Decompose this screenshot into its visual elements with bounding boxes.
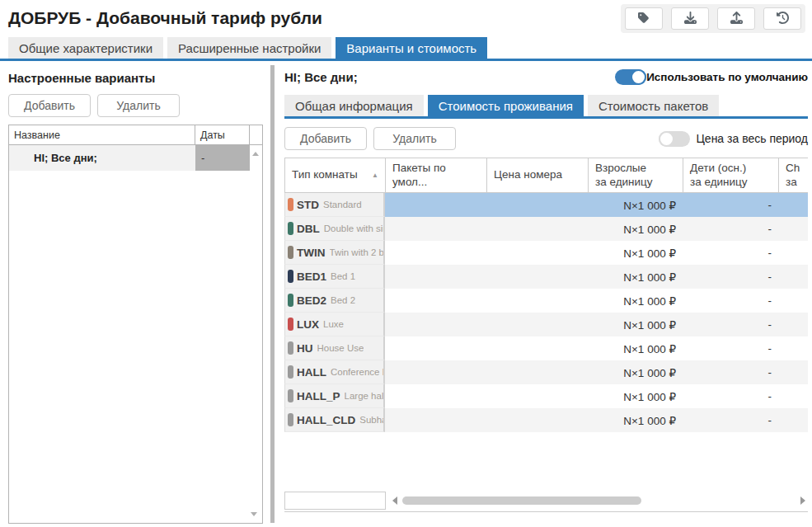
table-row[interactable]: TWIN Twin with 2 bed N×1 000 ₽ - xyxy=(284,241,808,265)
row-data[interactable]: N×1 000 ₽ - xyxy=(385,241,808,265)
ch-cell[interactable] xyxy=(778,217,808,241)
default-packages-cell[interactable] xyxy=(385,360,486,384)
ch-cell[interactable] xyxy=(778,241,808,265)
room-price-cell[interactable] xyxy=(486,336,588,360)
ch-cell[interactable] xyxy=(778,336,808,360)
column-header-ch-cutoff[interactable]: Ch за xyxy=(779,158,808,193)
ch-cell[interactable] xyxy=(778,408,808,432)
row-data[interactable]: N×1 000 ₽ - xyxy=(385,217,808,241)
room-type-cell[interactable]: HU House Use xyxy=(284,336,385,360)
tab-general-info[interactable]: Общая информация xyxy=(284,95,424,116)
adults-per-unit-cell[interactable]: N×1 000 ₽ xyxy=(588,408,683,432)
room-price-cell[interactable] xyxy=(486,408,588,432)
room-type-cell[interactable]: HALL_CLD Subhalls xyxy=(284,408,385,432)
row-data[interactable]: N×1 000 ₽ - xyxy=(385,193,808,217)
adults-per-unit-cell[interactable]: N×1 000 ₽ xyxy=(588,289,683,313)
table-row[interactable]: BED2 Bed 2 N×1 000 ₽ - xyxy=(284,289,808,313)
tab-advanced-settings[interactable]: Расширенные настройки xyxy=(167,37,331,59)
table-row[interactable]: LUX Luxe N×1 000 ₽ - xyxy=(284,313,808,336)
children-main-per-unit-cell[interactable]: - xyxy=(683,193,778,217)
ch-cell[interactable] xyxy=(778,193,808,217)
variants-add-button[interactable]: Добавить xyxy=(8,94,91,117)
column-header-dates[interactable]: Даты xyxy=(195,125,250,144)
adults-per-unit-cell[interactable]: N×1 000 ₽ xyxy=(588,241,683,265)
scroll-up-icon[interactable] xyxy=(252,152,259,156)
room-type-cell[interactable]: TWIN Twin with 2 bed xyxy=(284,241,385,265)
children-main-per-unit-cell[interactable]: - xyxy=(683,336,778,360)
variant-name-cell[interactable]: HI; Все дни; xyxy=(9,145,195,171)
default-packages-cell[interactable] xyxy=(385,336,486,360)
sort-asc-icon[interactable]: ▲ xyxy=(372,172,378,180)
room-price-cell[interactable] xyxy=(486,241,588,265)
adults-per-unit-cell[interactable]: N×1 000 ₽ xyxy=(588,336,683,360)
table-row[interactable]: BED1 Bed 1 N×1 000 ₽ - xyxy=(284,265,808,289)
room-type-cell[interactable]: DBL Double with sing xyxy=(284,217,385,241)
tag-button[interactable] xyxy=(625,7,663,30)
children-main-per-unit-cell[interactable]: - xyxy=(683,217,778,241)
adults-per-unit-cell[interactable]: N×1 000 ₽ xyxy=(588,193,683,217)
ch-cell[interactable] xyxy=(778,289,808,313)
table-row[interactable]: DBL Double with sing N×1 000 ₽ - xyxy=(284,217,808,241)
children-main-per-unit-cell[interactable]: - xyxy=(683,384,778,408)
row-data[interactable]: N×1 000 ₽ - xyxy=(385,265,808,289)
tab-packages-cost[interactable]: Стоимость пакетов xyxy=(588,95,719,116)
room-type-cell[interactable]: HALL_P Large hall xyxy=(284,384,385,408)
children-main-per-unit-cell[interactable]: - xyxy=(683,289,778,313)
room-type-cell[interactable]: HALL Conference hall xyxy=(284,360,385,384)
default-packages-cell[interactable] xyxy=(385,408,486,432)
pricing-add-button[interactable]: Добавить xyxy=(284,127,367,150)
column-header-adults-per-unit[interactable]: Взрослые за единицу xyxy=(589,158,683,193)
room-price-cell[interactable] xyxy=(486,289,588,313)
children-main-per-unit-cell[interactable]: - xyxy=(683,360,778,384)
adults-per-unit-cell[interactable]: N×1 000 ₽ xyxy=(588,217,683,241)
default-packages-cell[interactable] xyxy=(385,241,486,265)
room-type-cell[interactable]: BED2 Bed 2 xyxy=(284,289,385,313)
children-main-per-unit-cell[interactable]: - xyxy=(683,313,778,336)
room-price-cell[interactable] xyxy=(486,193,588,217)
room-type-cell[interactable]: LUX Luxe xyxy=(284,313,385,336)
row-data[interactable]: N×1 000 ₽ - xyxy=(385,336,808,360)
row-data[interactable]: N×1 000 ₽ - xyxy=(385,384,808,408)
row-data[interactable]: N×1 000 ₽ - xyxy=(385,289,808,313)
tab-general-characteristics[interactable]: Общие характеристики xyxy=(8,37,163,59)
download-button[interactable] xyxy=(671,7,709,30)
adults-per-unit-cell[interactable]: N×1 000 ₽ xyxy=(588,313,683,336)
horizontal-scrollbar[interactable] xyxy=(388,492,808,510)
table-row[interactable]: HU House Use N×1 000 ₽ - xyxy=(284,336,808,360)
default-packages-cell[interactable] xyxy=(385,193,486,217)
row-data[interactable]: N×1 000 ₽ - xyxy=(385,360,808,384)
default-packages-cell[interactable] xyxy=(385,313,486,336)
column-header-default-packages[interactable]: Пакеты по умол... xyxy=(386,158,487,193)
scrollbar-thumb[interactable] xyxy=(402,496,641,505)
table-row[interactable]: HALL_CLD Subhalls N×1 000 ₽ - xyxy=(284,408,808,432)
default-packages-cell[interactable] xyxy=(385,265,486,289)
room-price-cell[interactable] xyxy=(486,265,588,289)
children-main-per-unit-cell[interactable]: - xyxy=(683,241,778,265)
scroll-down-icon[interactable] xyxy=(251,512,257,516)
price-for-whole-period-toggle[interactable] xyxy=(659,131,690,147)
room-price-cell[interactable] xyxy=(486,360,588,384)
room-price-cell[interactable] xyxy=(486,384,588,408)
scroll-left-icon[interactable] xyxy=(392,496,397,505)
variants-delete-button[interactable]: Удалить xyxy=(97,94,180,117)
upload-button[interactable] xyxy=(717,7,755,30)
room-type-cell[interactable]: BED1 Bed 1 xyxy=(284,265,385,289)
default-packages-cell[interactable] xyxy=(385,217,486,241)
ch-cell[interactable] xyxy=(778,360,808,384)
ch-cell[interactable] xyxy=(778,313,808,336)
children-main-per-unit-cell[interactable]: - xyxy=(683,408,778,432)
table-row[interactable]: HALL Conference hall N×1 000 ₽ - xyxy=(284,360,808,384)
use-by-default-toggle[interactable] xyxy=(615,69,646,85)
default-packages-cell[interactable] xyxy=(385,289,486,313)
table-row[interactable]: STD Standard N×1 000 ₽ - xyxy=(284,193,808,217)
children-main-per-unit-cell[interactable]: - xyxy=(683,265,778,289)
default-packages-cell[interactable] xyxy=(385,384,486,408)
history-button[interactable] xyxy=(763,7,801,30)
column-header-room-type[interactable]: Тип комнаты ▲ xyxy=(285,158,386,193)
row-data[interactable]: N×1 000 ₽ - xyxy=(385,408,808,432)
room-price-cell[interactable] xyxy=(486,313,588,336)
ch-cell[interactable] xyxy=(778,265,808,289)
adults-per-unit-cell[interactable]: N×1 000 ₽ xyxy=(588,384,683,408)
variant-row[interactable]: HI; Все дни; - xyxy=(9,145,262,171)
table-row[interactable]: HALL_P Large hall N×1 000 ₽ - xyxy=(284,384,808,408)
